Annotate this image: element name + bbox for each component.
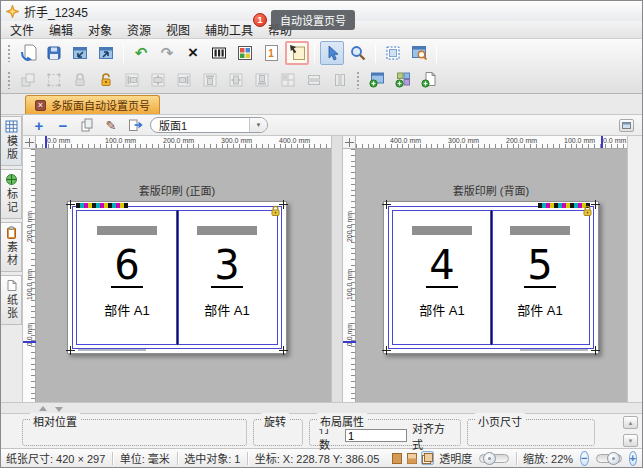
add-layout-button[interactable]: + — [30, 117, 48, 134]
vertical-ruler: 200.0 mm 100.0 mm 0.0 mm — [343, 149, 356, 402]
undo-button[interactable]: ↶ — [129, 41, 153, 65]
toolbar-grip[interactable] — [7, 44, 12, 62]
color-scheme-button[interactable] — [233, 41, 257, 65]
chevron-down-icon[interactable]: ▼ — [249, 118, 267, 132]
display-mode-button-3[interactable] — [421, 451, 434, 465]
menu-resource[interactable]: 资源 — [127, 21, 151, 38]
group-button[interactable] — [16, 68, 40, 92]
pane-layout-button[interactable] — [619, 119, 634, 132]
side-tab-label: 模版 — [6, 135, 17, 161]
center-column: + − ✎ 版面1 ▼ — [23, 115, 642, 402]
ruler-label: 300.0 mm — [221, 137, 252, 144]
equal-columns-button[interactable] — [328, 68, 352, 92]
tab-close-icon[interactable]: × — [35, 100, 46, 111]
toolbar-grip[interactable] — [356, 71, 361, 89]
ruler-label: 0.0 mm — [603, 137, 626, 144]
ruler-origin-marker — [23, 341, 36, 343]
menu-edit[interactable]: 编辑 — [49, 21, 73, 38]
display-mode-button-2[interactable] — [406, 451, 418, 465]
align-right-button[interactable] — [172, 68, 196, 92]
align-bottom-button[interactable] — [250, 68, 274, 92]
ruler-label: 200.0 mm — [163, 137, 194, 144]
zoom-slider[interactable] — [596, 454, 622, 463]
side-tab-templates[interactable]: 模版 — [1, 116, 22, 166]
align-left-icon — [124, 72, 140, 88]
page-cell[interactable]: 4 部件 A1 — [393, 211, 491, 344]
ruler-origin-button[interactable] — [23, 136, 36, 149]
add-page-button[interactable] — [417, 68, 441, 92]
registration-mark — [66, 200, 75, 209]
add-page-icon — [421, 71, 438, 88]
menu-aux-tools[interactable]: 辅助工具 — [205, 21, 253, 38]
page-cell[interactable]: 5 部件 A1 — [491, 211, 589, 344]
remove-layout-button[interactable]: − — [54, 117, 72, 134]
copy-layout-button[interactable] — [78, 117, 96, 134]
open-template-button[interactable] — [16, 41, 40, 65]
align-top-button[interactable] — [198, 68, 222, 92]
align-left-button[interactable] — [120, 68, 144, 92]
align-center-button[interactable] — [146, 68, 170, 92]
ruler-label: 400.0 mm — [279, 137, 310, 144]
sheet-front[interactable]: 6 部件 A1 3 部件 A1 — [67, 201, 287, 354]
save-button[interactable] — [42, 41, 66, 65]
side-tab-marks[interactable]: 标记 — [1, 169, 22, 219]
unlock-button[interactable] — [94, 68, 118, 92]
main-toolbar: ↶ ↷ × 1 — [1, 39, 642, 94]
edit-layout-button[interactable]: ✎ — [102, 117, 120, 134]
collapse-up-icon[interactable] — [39, 406, 47, 411]
marquee-select-button[interactable] — [42, 68, 66, 92]
arrow-down-icon: ▼ — [628, 438, 634, 444]
layout-list-button[interactable] — [126, 117, 144, 134]
page-cell[interactable]: 6 部件 A1 — [77, 211, 177, 344]
layout-combobox[interactable]: 版面1 ▼ — [150, 117, 268, 133]
zoom-in-button[interactable]: + — [629, 451, 637, 466]
display-mode-button-1[interactable] — [391, 451, 403, 465]
menu-object[interactable]: 对象 — [88, 21, 112, 38]
vertical-scrollbar[interactable] — [627, 136, 642, 402]
side-tab-paper[interactable]: 纸张 — [1, 275, 22, 325]
toolbar-grip[interactable] — [7, 71, 12, 89]
menu-file[interactable]: 文件 — [10, 21, 34, 38]
sheet-back[interactable]: 4 部件 A1 5 部件 A1 — [383, 201, 599, 354]
scroll-up-button[interactable]: ▲ — [623, 416, 638, 429]
zoom-tool-button[interactable] — [346, 41, 370, 65]
fit-page-button[interactable] — [381, 41, 405, 65]
pane-splitter[interactable] — [331, 136, 343, 402]
redo-button[interactable]: ↷ — [155, 41, 179, 65]
pane-front: 0.0 mm 100.0 mm 200.0 mm 300.0 mm 400.0 … — [23, 136, 331, 402]
canvas-front[interactable]: 套版印刷 (正面) — [36, 149, 331, 402]
align-middle-icon — [228, 72, 244, 88]
side-tab-materials[interactable]: 素材 — [1, 222, 22, 272]
align-middle-button[interactable] — [224, 68, 248, 92]
group-label: 小页尺寸 — [475, 413, 525, 429]
page-number-button[interactable]: 1 — [259, 41, 283, 65]
document-tab[interactable]: × 多版面自动设置页号 — [25, 95, 160, 114]
opacity-slider[interactable] — [479, 454, 508, 463]
select-tool-button[interactable] — [320, 41, 344, 65]
scroll-down-button[interactable]: ▼ — [623, 434, 638, 447]
import-document-button[interactable] — [68, 41, 92, 65]
color-scheme-icon — [237, 45, 253, 61]
opacity-slider-thumb[interactable] — [483, 452, 496, 465]
group-rotation: 旋转 — [253, 419, 303, 446]
zoom-slider-thumb[interactable] — [607, 452, 620, 465]
tile-windows-button[interactable] — [276, 68, 300, 92]
equal-rows-button[interactable] — [302, 68, 326, 92]
columns-view-button[interactable] — [207, 41, 231, 65]
app-icon — [6, 5, 19, 18]
rows-input[interactable] — [345, 429, 407, 442]
menu-view[interactable]: 视图 — [166, 21, 190, 38]
canvas-back[interactable]: 套版印刷 (背面) — [356, 149, 627, 402]
page-cell[interactable]: 3 部件 A1 — [177, 211, 277, 344]
delete-button[interactable]: × — [181, 41, 205, 65]
auto-set-page-number-button[interactable] — [285, 41, 309, 65]
document-tab-bar: × 多版面自动设置页号 — [1, 94, 642, 115]
zoom-out-button[interactable]: − — [580, 451, 588, 466]
collapse-down-icon[interactable] — [55, 407, 63, 412]
export-document-button[interactable] — [94, 41, 118, 65]
add-sheet-button[interactable] — [365, 68, 389, 92]
lock-button[interactable] — [68, 68, 92, 92]
preview-search-button[interactable] — [407, 41, 431, 65]
add-color-group-button[interactable] — [391, 68, 415, 92]
ruler-origin-button[interactable] — [343, 136, 356, 149]
